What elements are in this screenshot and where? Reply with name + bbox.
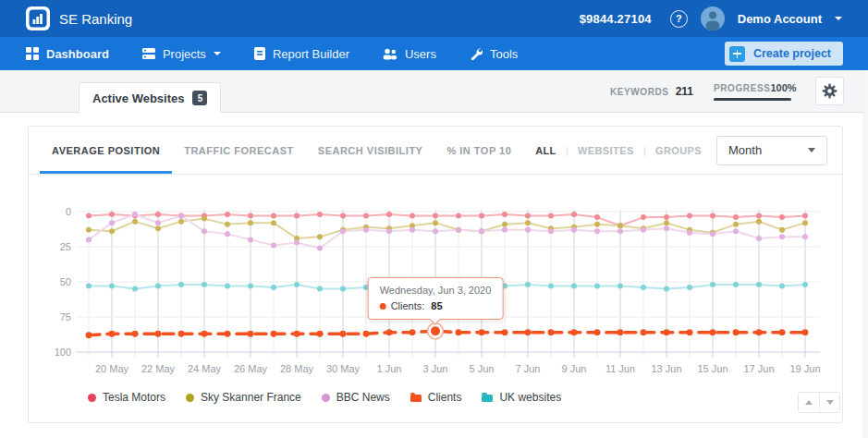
nav-item-dashboard[interactable]: Dashboard (26, 47, 109, 61)
account-menu[interactable]: Demo Account (738, 12, 822, 26)
create-project-button[interactable]: Create project (725, 42, 843, 66)
period-select[interactable]: Month (716, 136, 827, 165)
chevron-down-icon (214, 52, 221, 55)
brand[interactable]: SE Ranking (26, 6, 132, 30)
chart-panel: AVERAGE POSITION TRAFFIC FORECAST SEARCH… (28, 126, 843, 423)
filter-all[interactable]: ALL (535, 145, 556, 156)
account-balance: $9844.27104 (580, 12, 652, 26)
svg-text:15 Jun: 15 Jun (697, 363, 727, 374)
tab-search-visibility[interactable]: SEARCH VISIBILITY (306, 127, 435, 174)
svg-text:13 Jun: 13 Jun (651, 363, 681, 374)
dot-icon (186, 394, 194, 402)
nav-item-projects[interactable]: Projects (142, 47, 221, 61)
tab-in-top-10[interactable]: % IN TOP 10 (434, 127, 523, 174)
svg-text:22 May: 22 May (141, 363, 176, 374)
se-ranking-logo-icon (26, 6, 50, 30)
svg-text:19 Jun: 19 Jun (789, 363, 820, 374)
svg-text:17 Jun: 17 Jun (743, 363, 774, 374)
tooltip-date: Wednesday, Jun 3, 2020 (380, 285, 492, 296)
chart-area: 20 May22 May24 May26 May28 May30 May1 Ju… (29, 195, 842, 404)
series-bullet-icon (380, 303, 386, 310)
svg-text:11 Jun: 11 Jun (605, 363, 635, 374)
svg-text:25: 25 (60, 241, 71, 252)
svg-text:50: 50 (60, 276, 71, 287)
svg-text:1 Jun: 1 Jun (377, 363, 402, 374)
main-content: AVERAGE POSITION TRAFFIC FORECAST SEARCH… (0, 126, 868, 423)
svg-text:24 May: 24 May (188, 363, 222, 374)
users-icon (383, 48, 397, 60)
svg-text:75: 75 (60, 311, 71, 322)
triangle-down-icon (826, 400, 834, 405)
svg-text:9 Jun: 9 Jun (562, 363, 587, 374)
filter-websites[interactable]: WEBSITES (578, 145, 634, 156)
nav-item-report-builder[interactable]: Report Builder (254, 47, 349, 61)
tab-active-websites[interactable]: Active Websites 5 (79, 82, 221, 113)
brand-name: SE Ranking (59, 11, 132, 27)
page-scrollbar[interactable] (863, 70, 868, 438)
tooltip-value: 85 (431, 300, 442, 311)
chart-tabs: AVERAGE POSITION TRAFFIC FORECAST SEARCH… (40, 127, 523, 174)
progress-bar (714, 98, 791, 101)
top-bar: SE Ranking $9844.27104 ? Demo Account (0, 0, 868, 37)
legend-item[interactable]: Tesla Motors (88, 391, 165, 404)
nav-item-users[interactable]: Users (383, 47, 436, 61)
tab-traffic-forecast[interactable]: TRAFFIC FORECAST (172, 127, 306, 174)
report-builder-icon (254, 47, 265, 60)
tab-label: Active Websites (92, 91, 184, 105)
folder-icon (410, 395, 422, 402)
legend-label: BBC News (336, 391, 390, 404)
svg-text:100: 100 (55, 347, 71, 358)
legend-label: Sky Skanner France (201, 391, 301, 404)
svg-text:0: 0 (66, 206, 71, 217)
chart-tooltip: Wednesday, Jun 3, 2020 Clients: 85 (368, 277, 504, 320)
legend-item[interactable]: BBC News (322, 391, 390, 404)
tools-icon (470, 47, 483, 60)
legend-item[interactable]: UK websites (482, 391, 561, 404)
progress-stat: PROGRESS 100% (714, 82, 791, 101)
dashboard-icon (26, 47, 39, 60)
websites-count-badge: 5 (192, 91, 207, 105)
svg-text:7 Jun: 7 Jun (516, 363, 541, 374)
svg-text:3 Jun: 3 Jun (423, 363, 448, 374)
keywords-stat: KEYWORDS 211 (610, 85, 693, 98)
chart-scroller (798, 392, 840, 413)
gear-icon (822, 83, 837, 99)
svg-text:30 May: 30 May (326, 363, 361, 374)
svg-text:20 May: 20 May (95, 363, 129, 374)
filter-groups[interactable]: GROUPS (655, 145, 702, 156)
chevron-down-icon (808, 148, 815, 152)
tooltip-series-label: Clients: (391, 300, 425, 311)
nav-item-tools[interactable]: Tools (470, 47, 518, 61)
legend-label: Tesla Motors (103, 391, 165, 404)
folder-icon (482, 395, 493, 402)
main-nav: Dashboard Projects Report Builder (0, 37, 868, 70)
legend-item[interactable]: Sky Skanner France (186, 391, 301, 404)
help-icon[interactable]: ? (670, 10, 688, 28)
chart-legend: Tesla MotorsSky Skanner FranceBBC NewsCl… (88, 391, 842, 404)
dot-icon (88, 394, 96, 402)
separator: | (643, 145, 646, 156)
websites-toolbar: Active Websites 5 KEYWORDS 211 PROGRESS … (0, 70, 868, 113)
svg-text:5 Jun: 5 Jun (470, 363, 495, 374)
svg-text:28 May: 28 May (280, 363, 314, 374)
projects-icon (142, 47, 155, 60)
scroll-down-button[interactable] (819, 393, 839, 412)
scope-filters: ALL | WEBSITES | GROUPS (535, 145, 702, 156)
dot-icon (322, 394, 330, 402)
avatar[interactable] (701, 6, 725, 30)
scroll-up-button[interactable] (799, 393, 819, 412)
plus-icon (729, 46, 745, 62)
legend-item[interactable]: Clients (410, 391, 462, 404)
separator: | (566, 145, 568, 156)
svg-text:26 May: 26 May (234, 363, 268, 374)
legend-label: Clients (428, 391, 462, 404)
triangle-up-icon (805, 400, 813, 405)
settings-button[interactable] (815, 77, 844, 105)
legend-label: UK websites (499, 391, 561, 404)
progress-bar-fill (714, 98, 791, 101)
chevron-down-icon[interactable] (835, 17, 842, 20)
tab-average-position[interactable]: AVERAGE POSITION (40, 127, 172, 174)
